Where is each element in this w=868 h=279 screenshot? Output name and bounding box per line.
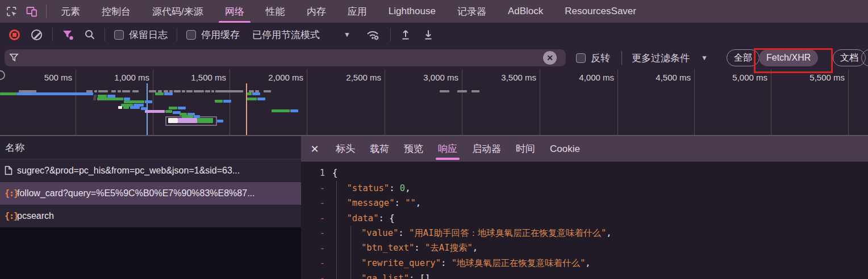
preserve-log-checkbox[interactable]: [114, 30, 124, 40]
detail-tab-payload[interactable]: 载荷: [362, 136, 397, 162]
detail-tab-timing[interactable]: 时间: [508, 136, 542, 162]
waterfall-bar[interactable]: [217, 120, 223, 122]
waterfall-bar[interactable]: [164, 92, 173, 95]
inspect-element-icon[interactable]: [6, 6, 18, 18]
overview-grip[interactable]: [0, 70, 5, 80]
waterfall-bar[interactable]: [182, 90, 185, 92]
waterfall-bar[interactable]: [118, 106, 122, 109]
line-number: -: [301, 258, 329, 268]
waterfall-bar[interactable]: [111, 90, 116, 92]
waterfall-bar[interactable]: [211, 90, 214, 92]
waterfall-bar[interactable]: [471, 90, 479, 92]
waterfall-bar[interactable]: [155, 92, 164, 95]
tab-sources[interactable]: 源代码/来源: [141, 0, 214, 23]
waterfall-bar[interactable]: [178, 107, 186, 109]
waterfall-bar[interactable]: [168, 118, 178, 123]
waterfall-bar[interactable]: [205, 90, 210, 92]
waterfall-bar[interactable]: [0, 92, 16, 95]
tab-elements[interactable]: 元素: [50, 0, 91, 23]
waterfall-bar[interactable]: [178, 118, 197, 123]
waterfall-bar[interactable]: [122, 90, 130, 92]
filter-toggle-icon[interactable]: [62, 29, 74, 40]
waterfall-bar[interactable]: [97, 98, 123, 100]
waterfall-bar[interactable]: [123, 106, 129, 109]
more-filters-dropdown[interactable]: 更多过滤条件 ▼: [632, 46, 708, 69]
code-text: "data": {: [329, 213, 395, 223]
waterfall-bar[interactable]: [124, 100, 144, 103]
waterfall-bar[interactable]: [272, 109, 290, 112]
line-number: -: [301, 228, 329, 238]
waterfall-bar[interactable]: [290, 109, 298, 112]
clear-network-log-button[interactable]: [31, 29, 42, 40]
network-overview-timeline[interactable]: 500 ms1,000 ms1,500 ms2,000 ms2,500 ms3,…: [0, 69, 868, 136]
request-row-follow-card[interactable]: {:} follow_card?query=%E5%9C%B0%E7%90%83…: [0, 182, 301, 205]
timeline-gridline: [617, 69, 618, 135]
tab-application[interactable]: 应用: [337, 0, 378, 23]
waterfall-bar[interactable]: [145, 100, 152, 103]
device-toolbar-icon[interactable]: [26, 5, 38, 18]
tab-adblock[interactable]: AdBlock: [497, 0, 554, 23]
clear-filter-icon[interactable]: ✕: [543, 51, 557, 65]
detail-tab-initiator[interactable]: 启动器: [465, 136, 508, 162]
waterfall-bar[interactable]: [252, 92, 260, 95]
detail-tab-response[interactable]: 响应: [431, 136, 465, 162]
timeline-gridline: [307, 69, 307, 135]
network-conditions-icon[interactable]: [365, 28, 380, 41]
waterfall-bar[interactable]: [194, 90, 204, 92]
waterfall-bar[interactable]: [186, 90, 193, 92]
json-code-line: -"btn_text": "去AI搜索",: [301, 241, 868, 256]
waterfall-bar[interactable]: [16, 92, 93, 95]
json-code-line: -"data": {: [301, 211, 868, 226]
json-code-line: -"rewrite_query": "地球臭氧层正在恢复意味着什么",: [301, 256, 868, 271]
waterfall-bar[interactable]: [98, 90, 108, 92]
detail-tab-headers[interactable]: 标头: [328, 136, 362, 162]
waterfall-bar[interactable]: [257, 98, 265, 100]
search-icon[interactable]: [84, 29, 95, 40]
waterfall-bar[interactable]: [215, 90, 243, 92]
waterfall-bar[interactable]: [215, 100, 223, 103]
waterfall-bar[interactable]: [457, 90, 467, 92]
waterfall-bar[interactable]: [197, 118, 213, 123]
tab-network[interactable]: 网络: [214, 0, 255, 23]
tab-memory[interactable]: 内存: [296, 0, 337, 23]
tab-performance[interactable]: 性能: [255, 0, 296, 23]
detail-tab-cookie[interactable]: Cookie: [542, 136, 587, 162]
waterfall-bar[interactable]: [247, 92, 252, 95]
waterfall-bar[interactable]: [93, 98, 96, 100]
export-har-icon[interactable]: [423, 29, 434, 40]
request-row-sugrec[interactable]: sugrec?&prod=pc_his&from=pc_web&json=1&s…: [0, 159, 301, 182]
tab-lighthouse[interactable]: Lighthouse: [378, 0, 446, 23]
waterfall-bar[interactable]: [223, 100, 231, 103]
waterfall-bar[interactable]: [94, 90, 97, 92]
waterfall-bar[interactable]: [264, 90, 271, 92]
devtools-window: 元素 控制台 源代码/来源 网络 性能 内存 应用 Lighthouse 记录器…: [0, 0, 868, 279]
tab-recorder[interactable]: 记录器: [446, 0, 497, 23]
tab-resourcessaver[interactable]: ResourcesSaver: [554, 0, 647, 23]
waterfall-bar[interactable]: [132, 90, 139, 92]
filter-pill-all[interactable]: 全部: [727, 49, 760, 66]
waterfall-bar[interactable]: [145, 110, 165, 113]
waterfall-bar[interactable]: [440, 90, 449, 92]
invert-checkbox[interactable]: [576, 53, 586, 63]
waterfall-bar[interactable]: [174, 90, 181, 92]
throttling-select[interactable]: 已停用节流模式 ▼: [252, 28, 350, 41]
close-icon[interactable]: ✕: [301, 143, 328, 155]
filter-input[interactable]: [5, 49, 566, 66]
document-icon: [5, 166, 17, 175]
waterfall-bar[interactable]: [165, 110, 172, 113]
waterfall-bar[interactable]: [169, 107, 177, 109]
waterfall-bar[interactable]: [247, 98, 257, 100]
requests-name-header[interactable]: 名称: [0, 136, 301, 159]
timeline-tick-label: 3,000 ms: [396, 73, 458, 82]
waterfall-bar[interactable]: [118, 90, 121, 92]
waterfall-bar[interactable]: [130, 106, 140, 109]
record-network-log-button[interactable]: [9, 29, 20, 40]
import-har-icon[interactable]: [400, 29, 411, 40]
tab-console[interactable]: 控制台: [91, 0, 141, 23]
request-row-pcsearch[interactable]: {:} pcsearch: [0, 205, 301, 227]
response-json-viewer[interactable]: 1{-"status": 0,-"message": "",-"data": {…: [301, 162, 868, 279]
filter-pill-fetch-xhr[interactable]: Fetch/XHR: [759, 49, 818, 66]
divider: [621, 51, 622, 65]
detail-tab-preview[interactable]: 预览: [397, 136, 431, 162]
disable-cache-checkbox[interactable]: [186, 30, 196, 40]
